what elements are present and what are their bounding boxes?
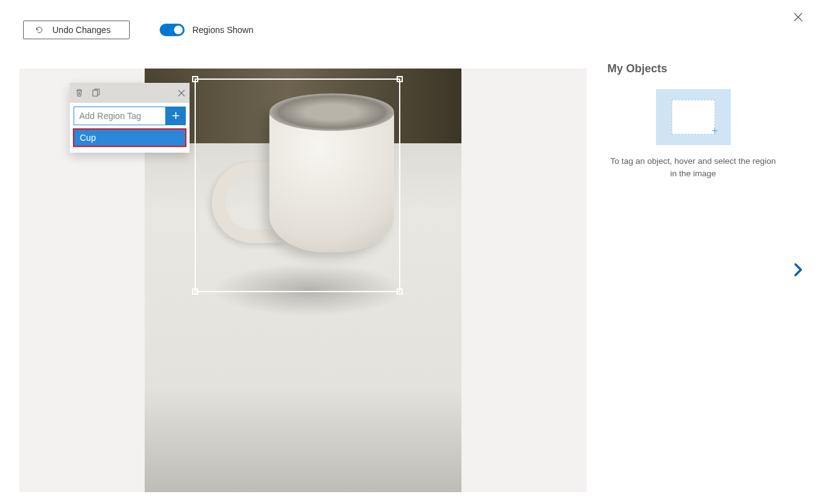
svg-rect-0 (92, 90, 97, 95)
region-tag-input[interactable] (74, 107, 166, 125)
tag-panel: Cup (70, 83, 190, 153)
resize-handle-bl[interactable] (192, 288, 198, 295)
regions-label: Regions Shown (192, 25, 253, 35)
toggle-knob (174, 26, 183, 34)
tag-panel-header (70, 83, 190, 103)
resize-handle-tr[interactable] (397, 76, 403, 82)
tag-suggestion-cup[interactable]: Cup (74, 129, 186, 146)
copy-icon[interactable] (90, 87, 101, 98)
tag-panel-close-icon[interactable] (177, 88, 186, 97)
next-arrow[interactable] (790, 262, 806, 278)
regions-toggle[interactable] (160, 24, 185, 36)
resize-handle-br[interactable] (397, 288, 403, 295)
image-canvas[interactable] (145, 69, 461, 492)
plus-icon: + (711, 125, 718, 138)
sidebar: My Objects + To tag an object, hover and… (607, 62, 779, 181)
sidebar-hint: To tag an object, hover and select the r… (607, 155, 779, 181)
tag-input-row (70, 103, 190, 129)
region-bounding-box[interactable] (195, 78, 400, 292)
resize-handle-tl[interactable] (192, 76, 198, 82)
add-tag-button[interactable] (166, 107, 186, 125)
toolbar: Undo Changes Regions Shown (23, 21, 253, 39)
undo-icon (35, 26, 44, 34)
object-placeholder[interactable]: + (656, 89, 731, 145)
sidebar-title: My Objects (607, 62, 779, 75)
delete-icon[interactable] (74, 87, 85, 98)
undo-label: Undo Changes (52, 25, 110, 35)
undo-button[interactable]: Undo Changes (23, 21, 130, 39)
object-placeholder-box: + (672, 100, 715, 135)
close-icon[interactable] (793, 11, 804, 22)
regions-toggle-wrap: Regions Shown (160, 24, 253, 36)
